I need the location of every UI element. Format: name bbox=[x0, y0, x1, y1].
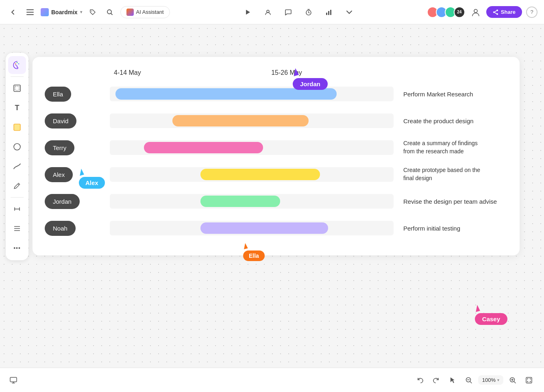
search-button[interactable] bbox=[103, 6, 116, 19]
select-tool-button[interactable] bbox=[446, 373, 459, 387]
svg-point-14 bbox=[496, 13, 498, 15]
svg-rect-1 bbox=[26, 12, 34, 13]
svg-point-13 bbox=[493, 11, 495, 13]
comment-button[interactable] bbox=[281, 5, 295, 19]
left-toolbar: T ••• bbox=[6, 53, 28, 260]
person-name-jordan: Jordan bbox=[53, 198, 72, 205]
help-button[interactable]: ? bbox=[526, 7, 537, 18]
task-label-ella: Perform Market Research bbox=[394, 90, 507, 98]
undo-button[interactable] bbox=[413, 373, 427, 387]
task-label-jordan: Revise the design per team advise bbox=[394, 197, 507, 206]
svg-point-21 bbox=[14, 144, 20, 150]
sticky-tool[interactable] bbox=[8, 118, 26, 136]
tag-button[interactable] bbox=[86, 6, 99, 19]
table-row: Noah Perform initial testing bbox=[45, 217, 507, 239]
table-row: Alex Create prototype based on thefinal … bbox=[45, 163, 507, 185]
zoom-control[interactable]: 100% ▾ bbox=[478, 375, 503, 385]
list-tool[interactable] bbox=[8, 220, 26, 237]
gantt-bar-noah bbox=[200, 222, 328, 234]
cursor-label-ella: Ella bbox=[243, 250, 265, 261]
present-button[interactable] bbox=[261, 5, 275, 19]
cursor-arrow-casey bbox=[474, 305, 480, 312]
avatar-count[interactable]: 24 bbox=[454, 7, 465, 18]
gantt-container: 4-14 May 15-26 May Ella Perform Market R… bbox=[33, 57, 520, 255]
more-tool[interactable]: ••• bbox=[8, 239, 26, 257]
svg-point-6 bbox=[267, 10, 269, 13]
back-button[interactable] bbox=[7, 6, 20, 19]
svg-point-16 bbox=[17, 62, 17, 63]
person-badge-noah: Noah bbox=[45, 221, 76, 236]
frame-tool[interactable] bbox=[8, 79, 26, 97]
toolbar-divider-2 bbox=[11, 197, 24, 198]
person-name-noah: Noah bbox=[53, 225, 67, 232]
svg-point-17 bbox=[18, 63, 19, 64]
zoom-out-button[interactable] bbox=[462, 373, 476, 387]
boardmix-icon bbox=[41, 8, 49, 16]
cursor-jordan: Jordan bbox=[293, 68, 328, 90]
play-button[interactable] bbox=[241, 5, 255, 19]
cursor-label-casey: Casey bbox=[475, 313, 507, 325]
gantt-bar-jordan bbox=[200, 196, 280, 207]
bar-track-alex bbox=[110, 167, 394, 182]
toolbar-divider-1 bbox=[11, 76, 24, 77]
cursor-arrow-alex bbox=[78, 168, 84, 176]
fit-screen-button[interactable] bbox=[522, 373, 536, 387]
person-name-terry: Terry bbox=[53, 144, 66, 151]
boardmix-logo[interactable]: Boardmix ▾ bbox=[41, 8, 82, 16]
person-badge-ella: Ella bbox=[45, 87, 71, 102]
svg-rect-8 bbox=[326, 13, 327, 15]
share-button[interactable]: Share bbox=[486, 6, 522, 18]
table-row: David Create the product design bbox=[45, 110, 507, 132]
person-name-alex: Alex bbox=[53, 171, 65, 178]
gantt-rows: Ella Perform Market Research David bbox=[45, 83, 507, 239]
line-tool[interactable] bbox=[8, 157, 26, 175]
svg-rect-2 bbox=[26, 14, 34, 15]
ai-assistant-button[interactable]: AI Assistant bbox=[120, 6, 170, 18]
task-label-david: Create the product design bbox=[394, 117, 507, 125]
text-tool[interactable]: T bbox=[8, 99, 26, 117]
ai-label: AI Assistant bbox=[136, 9, 164, 15]
svg-point-11 bbox=[474, 9, 477, 13]
svg-rect-9 bbox=[328, 11, 329, 15]
bottom-left bbox=[7, 373, 20, 387]
bar-track-ella bbox=[110, 87, 394, 101]
person-badge-david: David bbox=[45, 113, 76, 128]
bar-track-terry bbox=[110, 140, 394, 155]
brand-chevron: ▾ bbox=[80, 10, 82, 14]
menu-button[interactable] bbox=[24, 6, 37, 19]
row-label-terry: Terry bbox=[45, 140, 110, 155]
bar-track-jordan bbox=[110, 194, 394, 209]
redo-button[interactable] bbox=[429, 373, 443, 387]
svg-point-3 bbox=[91, 11, 92, 11]
pen-tool[interactable] bbox=[8, 177, 26, 195]
gantt-bar-terry bbox=[144, 142, 263, 153]
bottombar: 100% ▾ bbox=[0, 368, 544, 392]
timer-button[interactable] bbox=[302, 5, 316, 19]
task-label-alex: Create prototype based on thefinal desig… bbox=[394, 166, 507, 182]
zoom-in-button[interactable] bbox=[506, 373, 520, 387]
cursor-ella: Ella bbox=[243, 243, 265, 261]
help-label: ? bbox=[530, 9, 533, 15]
more-center-button[interactable] bbox=[342, 5, 356, 19]
topbar-center bbox=[175, 5, 422, 19]
bar-track-david bbox=[110, 113, 394, 128]
table-row: Ella Perform Market Research bbox=[45, 83, 507, 105]
person-name-ella: Ella bbox=[53, 91, 63, 98]
person-badge-terry: Terry bbox=[45, 140, 74, 155]
zoom-level: 100% bbox=[482, 377, 496, 383]
task-label-terry: Create a summary of findingsfrom the res… bbox=[394, 139, 507, 155]
palette-tool[interactable] bbox=[8, 56, 26, 74]
ai-icon bbox=[126, 9, 134, 16]
zoom-chevron: ▾ bbox=[497, 378, 499, 382]
svg-rect-31 bbox=[526, 377, 532, 383]
row-label-noah: Noah bbox=[45, 221, 110, 236]
shape-tool[interactable] bbox=[8, 138, 26, 156]
canvas[interactable]: T ••• 4-14 May 15-26 May bbox=[0, 24, 544, 368]
chart-button[interactable] bbox=[322, 5, 336, 19]
present-mode-button[interactable] bbox=[7, 373, 20, 387]
user-profile-button[interactable] bbox=[469, 6, 482, 19]
person-name-david: David bbox=[53, 118, 68, 124]
connector-tool[interactable] bbox=[8, 200, 26, 218]
cursor-label-alex: Alex bbox=[79, 177, 105, 189]
svg-rect-10 bbox=[330, 10, 331, 15]
